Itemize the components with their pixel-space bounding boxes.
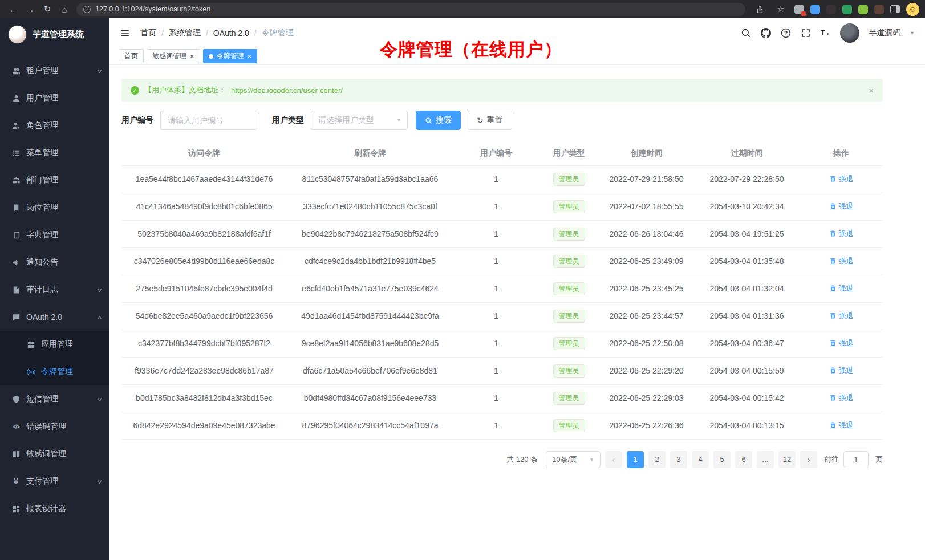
sidebar-item-audit-log[interactable]: 审计日志∨ xyxy=(0,276,109,303)
side-panel-icon[interactable] xyxy=(890,5,900,13)
extension-icon[interactable] xyxy=(794,5,804,14)
collapse-menu-icon[interactable] xyxy=(120,27,131,39)
sidebar-item-oauth2-token[interactable]: 令牌管理 xyxy=(0,358,109,385)
sidebar-item-user[interactable]: 用户管理 xyxy=(0,84,109,112)
sidebar-item-menu[interactable]: 菜单管理 xyxy=(0,139,109,167)
github-icon[interactable] xyxy=(761,28,771,38)
page-button-3[interactable]: 3 xyxy=(670,451,687,468)
sidebar-item-sensitive-word[interactable]: 敏感词管理 xyxy=(0,440,109,468)
page-button-1[interactable]: 1 xyxy=(627,451,644,468)
sidebar-item-dept[interactable]: 部门管理 xyxy=(0,167,109,194)
sidebar-item-pay[interactable]: ¥支付管理∨ xyxy=(0,468,109,495)
user-id-cell: 1 xyxy=(453,330,539,357)
extension-icon[interactable] xyxy=(842,5,852,14)
force-logout-button[interactable]: 强退 xyxy=(829,256,854,266)
breadcrumb-item[interactable]: 系统管理 xyxy=(169,28,201,38)
main-area: 首页/系统管理/OAuth 2.0/令牌管理 ?TT 芋道源码 ▼ 首页敏感词管… xyxy=(109,18,925,560)
breadcrumb-separator: / xyxy=(254,29,257,38)
post-icon xyxy=(11,203,21,212)
reload-icon[interactable]: ↻ xyxy=(40,2,55,16)
fullscreen-icon[interactable] xyxy=(801,28,811,38)
breadcrumb-item[interactable]: 首页 xyxy=(140,28,156,38)
tab-sensitive-word[interactable]: 敏感词管理× xyxy=(147,49,200,63)
alert-link[interactable]: https://doc.iocoder.cn/user-center/ xyxy=(231,86,343,95)
user-id-input[interactable] xyxy=(160,111,257,130)
extension-icon[interactable] xyxy=(826,5,836,14)
next-page-button[interactable]: › xyxy=(800,451,817,468)
sidebar-item-tenant[interactable]: 租户管理∨ xyxy=(0,57,109,84)
logo-avatar xyxy=(8,25,27,44)
sidebar-item-dict[interactable]: 字典管理 xyxy=(0,221,109,249)
page-button-6[interactable]: 6 xyxy=(735,451,752,468)
chevron-down-icon[interactable]: ▼ xyxy=(910,30,915,36)
sidebar-item-role[interactable]: 角色管理 xyxy=(0,112,109,139)
share-icon[interactable] xyxy=(752,2,767,16)
tab-oauth2-token[interactable]: 令牌管理× xyxy=(203,49,258,63)
close-icon[interactable]: × xyxy=(248,52,252,60)
bookmark-star-icon[interactable]: ☆ xyxy=(773,2,788,16)
expire-time-cell: 2054-03-04 00:15:42 xyxy=(694,384,800,412)
sidebar-item-error-code[interactable]: </>错误码管理 xyxy=(0,413,109,440)
force-logout-button[interactable]: 强退 xyxy=(829,393,854,403)
force-logout-button[interactable]: 强退 xyxy=(829,229,854,239)
refresh-token-cell: dfa6c71a50a54c66bef706ef9e6e8d81 xyxy=(287,357,453,384)
user-avatar[interactable] xyxy=(840,23,859,43)
forward-icon[interactable]: → xyxy=(23,2,38,16)
font-size-icon[interactable]: TT xyxy=(821,28,831,38)
page-button-2[interactable]: 2 xyxy=(648,451,666,468)
trash-icon xyxy=(829,312,837,319)
sidebar-item-oauth2-app[interactable]: 应用管理 xyxy=(0,331,109,358)
close-icon[interactable]: × xyxy=(190,52,194,60)
tab-home[interactable]: 首页 xyxy=(119,49,144,63)
url-bar[interactable]: i 127.0.0.1:1024/system/oauth2/token xyxy=(76,3,745,16)
page-button-5[interactable]: 5 xyxy=(713,451,731,468)
sidebar-item-report[interactable]: 报表设计器 xyxy=(0,495,109,522)
goto-page-input[interactable] xyxy=(843,451,869,468)
force-logout-button[interactable]: 强退 xyxy=(829,174,854,184)
extension-icon[interactable] xyxy=(810,5,820,14)
user-icon xyxy=(11,94,21,103)
question-icon[interactable]: ? xyxy=(781,28,791,38)
force-logout-button[interactable]: 强退 xyxy=(829,283,854,294)
filter-bar: 用户编号 用户类型 请选择用户类型 ▼ 搜索 ↻ 重置 xyxy=(121,111,883,130)
home-icon[interactable]: ⌂ xyxy=(57,2,72,16)
sidebar-item-post[interactable]: 岗位管理 xyxy=(0,194,109,221)
page-button-4[interactable]: 4 xyxy=(692,451,709,468)
sidebar-item-notice[interactable]: 通知公告 xyxy=(0,249,109,276)
create-time-cell: 2022-07-02 18:55:55 xyxy=(599,193,694,220)
sidebar-item-oauth2[interactable]: OAuth 2.0∧ xyxy=(0,303,109,331)
extension-icon[interactable] xyxy=(858,5,868,14)
app-title: 芋道管理系统 xyxy=(33,29,84,40)
prev-page-button[interactable]: ‹ xyxy=(605,451,622,468)
browser-profile-avatar[interactable]: ☺ xyxy=(906,3,919,16)
trash-icon xyxy=(829,230,837,237)
force-logout-button[interactable]: 强退 xyxy=(829,338,854,348)
sidebar-item-sms[interactable]: 短信管理∨ xyxy=(0,385,109,413)
force-logout-button[interactable]: 强退 xyxy=(829,366,854,376)
username[interactable]: 芋道源码 xyxy=(869,28,900,38)
expire-time-cell: 2054-03-04 00:15:59 xyxy=(694,357,800,384)
alert-close-icon[interactable]: × xyxy=(869,86,874,95)
app-logo[interactable]: 芋道管理系统 xyxy=(0,18,109,50)
back-icon[interactable]: ← xyxy=(6,2,21,16)
breadcrumb-item[interactable]: OAuth 2.0 xyxy=(213,29,249,38)
search-button[interactable]: 搜索 xyxy=(416,111,461,130)
page-size-select[interactable]: 10条/页 ▼ xyxy=(546,451,601,468)
extension-icon[interactable] xyxy=(874,5,884,14)
app-shell: 芋道管理系统 租户管理∨用户管理角色管理菜单管理部门管理岗位管理字典管理通知公告… xyxy=(0,18,925,560)
table-row: c347026e805e4d99b0d116eae66eda8ccdfc4ce9… xyxy=(121,247,883,275)
create-time-cell: 2022-06-26 18:04:46 xyxy=(599,220,694,247)
dept-icon xyxy=(11,176,21,185)
success-check-icon: ✓ xyxy=(131,86,139,95)
force-logout-button[interactable]: 强退 xyxy=(829,420,854,431)
reset-button[interactable]: ↻ 重置 xyxy=(468,111,512,130)
force-logout-button[interactable]: 强退 xyxy=(829,201,854,212)
page-button-12[interactable]: 12 xyxy=(778,451,796,468)
page-ellipsis[interactable]: ... xyxy=(757,451,774,468)
search-icon[interactable] xyxy=(741,28,751,38)
force-logout-button[interactable]: 强退 xyxy=(829,311,854,321)
pagination: 共 120 条 10条/页 ▼ ‹ 123456...12 › 前往 页 xyxy=(121,451,883,468)
access-token-cell: f9336e7c7dd242a283ee98dc86b17a87 xyxy=(121,357,287,384)
topbar: 首页/系统管理/OAuth 2.0/令牌管理 ?TT 芋道源码 ▼ xyxy=(109,18,925,48)
user-type-select[interactable]: 请选择用户类型 ▼ xyxy=(311,111,408,130)
